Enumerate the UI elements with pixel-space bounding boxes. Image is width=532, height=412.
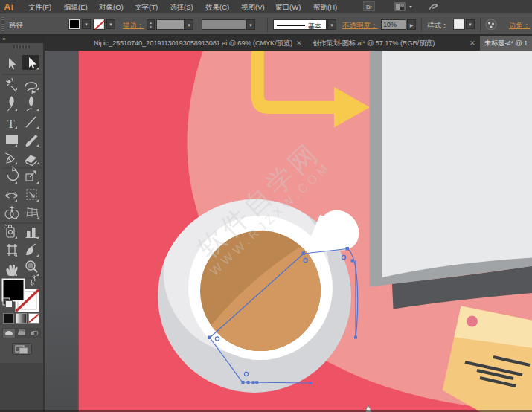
svg-text:基本: 基本 bbox=[308, 22, 321, 30]
svg-text:T: T bbox=[7, 117, 16, 131]
